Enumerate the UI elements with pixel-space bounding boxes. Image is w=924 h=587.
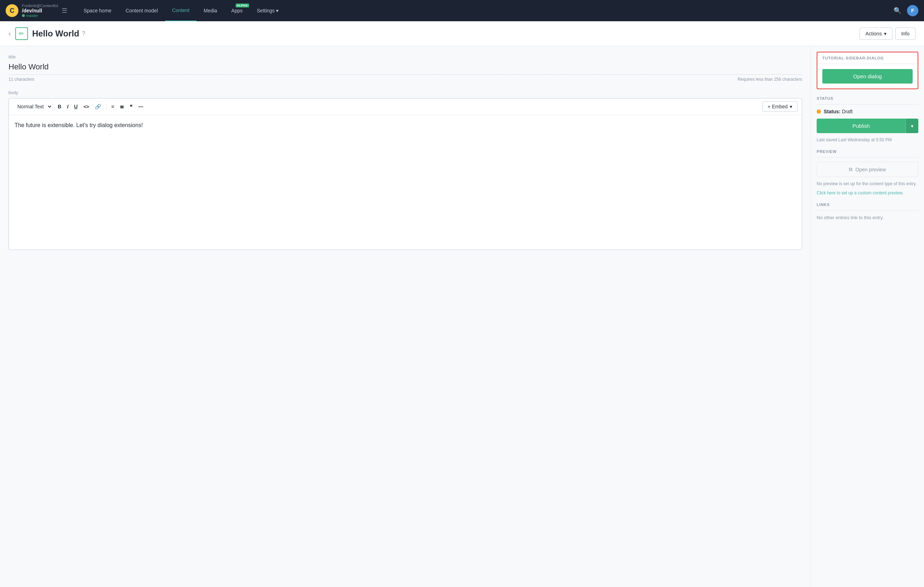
brand-text: Frederik@Contentful /dev/null master: [22, 3, 58, 18]
body-field: body Normal Text B I U <> 🔗 ≡ ≣ ❝ —: [8, 90, 802, 250]
nav-media[interactable]: Media: [196, 0, 224, 21]
rich-text-editor[interactable]: Normal Text B I U <> 🔗 ≡ ≣ ❝ — + Embed ▾: [8, 98, 802, 250]
links-section-header: LINKS: [817, 202, 918, 210]
help-icon[interactable]: ?: [82, 30, 86, 37]
nav-content-model[interactable]: Content model: [119, 0, 165, 21]
publish-button[interactable]: Publish: [817, 118, 906, 133]
status-text: Status: Draft: [824, 109, 853, 114]
subheader: ‹ ✏ Hello World ? Actions ▾ Info: [0, 21, 924, 46]
actions-caret-icon: ▾: [884, 31, 886, 36]
preview-section-header: PREVIEW: [817, 150, 918, 158]
ol-button[interactable]: ≣: [118, 102, 126, 111]
publish-caret-button[interactable]: ▾: [906, 118, 918, 133]
brand: C Frederik@Contentful /dev/null master ☰: [6, 3, 76, 18]
italic-button[interactable]: I: [65, 102, 71, 111]
tutorial-widget-header: TUTORIAL-SIDEBAR-DIALOG: [817, 53, 917, 64]
links-section: LINKS No other entries link to this entr…: [817, 202, 918, 220]
tutorial-sidebar-dialog: TUTORIAL-SIDEBAR-DIALOG Open dialog: [817, 52, 918, 89]
preview-link[interactable]: Click here to set up a custom content pr…: [817, 191, 903, 196]
body-field-label: body: [8, 90, 802, 95]
preview-desc: No preview is set up for the content typ…: [817, 181, 918, 187]
quote-button[interactable]: ❝: [127, 102, 135, 111]
embed-caret-icon: ▾: [790, 104, 792, 109]
content-area: title Hello World 11 characters Requires…: [0, 46, 811, 587]
bold-button[interactable]: B: [56, 102, 63, 111]
editor-body[interactable]: The future is extensible. Let's try dial…: [9, 115, 802, 250]
underline-button[interactable]: U: [72, 102, 80, 111]
text-format-select[interactable]: Normal Text: [13, 102, 53, 111]
hr-button[interactable]: —: [136, 102, 145, 111]
hamburger-icon[interactable]: ☰: [62, 7, 67, 15]
settings-caret-icon: ▾: [276, 8, 279, 13]
alpha-badge: ALPHA: [236, 3, 249, 7]
nav-right: 🔍 F: [894, 5, 918, 16]
status-section: STATUS Status: Draft Publish ▾ Last save…: [817, 96, 918, 142]
tutorial-widget-title: TUTORIAL-SIDEBAR-DIALOG: [822, 56, 912, 60]
title-field-label: title: [8, 54, 802, 59]
brand-space: /dev/null: [22, 8, 58, 13]
last-saved-text: Last saved Last Wednesday at 5:50 PM: [817, 137, 918, 142]
title-validation: Requires less than 256 characters: [738, 77, 802, 82]
nav-links: Space home Content model Content Media A…: [76, 0, 894, 21]
ul-button[interactable]: ≡: [109, 102, 116, 111]
toolbar-separator-1: [106, 103, 106, 110]
status-row: Status: Draft: [817, 109, 918, 114]
preview-section: PREVIEW ⧉ Open preview No preview is set…: [817, 150, 918, 196]
embed-button[interactable]: + Embed ▾: [762, 101, 797, 112]
actions-button[interactable]: Actions ▾: [860, 28, 893, 39]
topnav: C Frederik@Contentful /dev/null master ☰…: [0, 0, 924, 21]
editor-toolbar: Normal Text B I U <> 🔗 ≡ ≣ ❝ — + Embed ▾: [9, 99, 802, 115]
back-button[interactable]: ‹: [8, 30, 11, 38]
open-preview-icon: ⧉: [849, 166, 852, 173]
links-empty-text: No other entries link to this entry.: [817, 215, 918, 220]
code-button[interactable]: <>: [81, 102, 91, 111]
editor-content: The future is extensible. Let's try dial…: [15, 121, 796, 130]
nav-space-home[interactable]: Space home: [76, 0, 119, 21]
link-button[interactable]: 🔗: [93, 102, 103, 111]
status-section-header: STATUS: [817, 96, 918, 104]
title-field: title Hello World 11 characters Requires…: [8, 54, 802, 82]
nav-apps[interactable]: Apps ALPHA: [224, 0, 250, 21]
env-dot: [22, 14, 25, 17]
brand-logo: C: [6, 4, 18, 17]
brand-env: master: [22, 13, 58, 18]
info-button[interactable]: Info: [895, 28, 916, 39]
entry-title: Hello World: [32, 29, 79, 39]
avatar[interactable]: F: [907, 5, 918, 16]
entry-icon: ✏: [15, 27, 28, 40]
subheader-actions: Actions ▾ Info: [860, 28, 916, 39]
publish-btn-row: Publish ▾: [817, 118, 918, 133]
search-icon[interactable]: 🔍: [894, 7, 901, 15]
main-layout: title Hello World 11 characters Requires…: [0, 46, 924, 587]
nav-content[interactable]: Content: [165, 0, 196, 21]
tutorial-widget-body: Open dialog: [817, 64, 917, 89]
status-dot: [817, 109, 821, 113]
title-char-count: 11 characters: [8, 77, 35, 82]
sidebar: TUTORIAL-SIDEBAR-DIALOG Open dialog STAT…: [811, 46, 924, 587]
title-field-value[interactable]: Hello World: [8, 62, 802, 75]
brand-username: Frederik@Contentful: [22, 3, 58, 8]
open-preview-button[interactable]: ⧉ Open preview: [817, 162, 918, 177]
nav-settings[interactable]: Settings ▾: [250, 0, 286, 21]
title-field-meta: 11 characters Requires less than 256 cha…: [8, 77, 802, 82]
open-dialog-button[interactable]: Open dialog: [822, 69, 912, 84]
